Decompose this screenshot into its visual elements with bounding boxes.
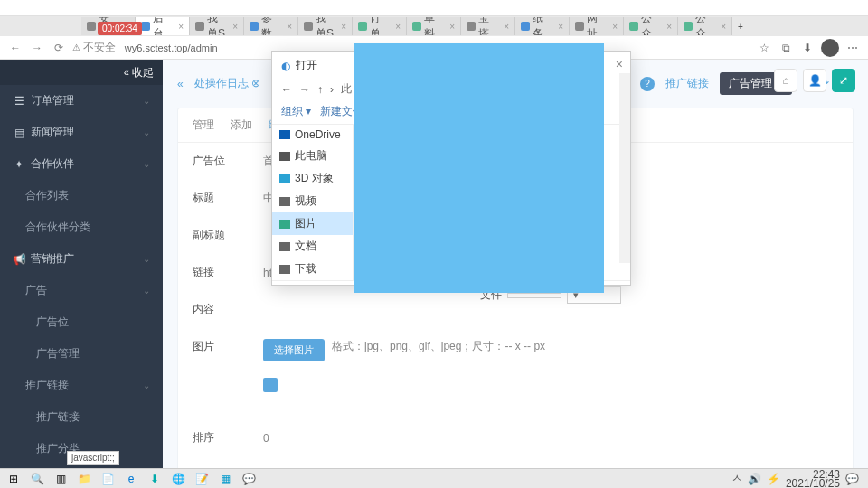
tree-docs[interactable]: 文档 <box>272 235 353 258</box>
tab[interactable]: 草料× <box>407 17 461 35</box>
tray-icon[interactable]: ㅅ <box>731 471 742 486</box>
recording-badge: 00:02:34 <box>98 22 142 35</box>
app-icon[interactable]: ▦ <box>215 471 235 487</box>
tree-downloads[interactable]: 下载 <box>272 258 353 280</box>
value-sort[interactable]: 0 <box>263 432 269 445</box>
tab[interactable]: 网址× <box>570 17 624 35</box>
expand-button[interactable]: ⤢ <box>832 69 855 92</box>
security-label: ⚠ 不安全 <box>72 40 116 55</box>
menu-icon[interactable]: ⋯ <box>844 40 861 56</box>
tree-pictures[interactable]: 图片 <box>272 212 353 235</box>
close-icon[interactable]: × <box>612 22 618 32</box>
tree-onedrive[interactable]: OneDrive <box>272 125 353 145</box>
tree-3d[interactable]: 3D 对象 <box>272 167 353 190</box>
app-icon[interactable]: e <box>121 471 141 487</box>
download-icon[interactable]: ⬇ <box>799 40 816 56</box>
close-icon[interactable]: × <box>666 22 672 32</box>
app-icon[interactable]: 🌐 <box>168 471 188 487</box>
app-icon[interactable]: ⬇ <box>145 471 165 487</box>
help-icon[interactable]: ? <box>640 77 655 91</box>
home-button[interactable]: ⌂ <box>774 69 797 92</box>
sidebar-item-promo[interactable]: 推广链接⌄ <box>0 370 163 401</box>
app-icon[interactable]: 📄 <box>98 471 118 487</box>
label-subtitle: 副标题 <box>193 228 263 243</box>
new-tab[interactable]: + <box>732 17 749 35</box>
tab[interactable]: 参数× <box>244 17 298 35</box>
label-adpos: 广告位 <box>193 154 263 169</box>
dialog-close[interactable]: × <box>616 57 623 71</box>
sidebar-item-ad-mgmt[interactable]: 广告管理 <box>0 338 163 370</box>
reload-icon[interactable]: ⟳ <box>51 40 67 56</box>
sidebar-header: « 收起 <box>0 60 163 85</box>
label-title: 标题 <box>193 191 263 206</box>
close-icon[interactable]: × <box>232 22 238 32</box>
image-thumb[interactable] <box>263 378 278 392</box>
tab-manage[interactable]: 管理 <box>193 117 214 133</box>
chevron-down-icon: ⌄ <box>143 96 150 106</box>
close-icon[interactable]: × <box>178 22 184 32</box>
collapse-button[interactable]: « 收起 <box>124 65 154 80</box>
extension-icon[interactable]: ⧉ <box>778 40 794 56</box>
back-icon[interactable]: ← <box>7 40 24 56</box>
chevron-down-icon: ⌄ <box>143 127 150 137</box>
close-icon[interactable]: × <box>395 22 401 32</box>
sidebar-item-partner-list[interactable]: 合作列表 <box>0 180 163 211</box>
sidebar-item-order[interactable]: ☰订单管理⌄ <box>0 85 163 117</box>
clock-date: 2021/10/25 <box>786 479 840 488</box>
close-icon[interactable]: × <box>504 22 509 32</box>
close-icon[interactable]: × <box>341 22 346 32</box>
tab[interactable]: 纸条× <box>515 17 570 35</box>
nav-up-icon[interactable]: ↑ <box>317 83 323 96</box>
dialog-path[interactable]: 此 <box>341 81 352 97</box>
sidebar-item-partner[interactable]: ✦合作伙伴⌄ <box>0 148 163 180</box>
system-tray[interactable]: ㅅ 🔊 ⚡ 22:43 2021/10/25 💬 <box>731 470 864 488</box>
nav-back-icon[interactable]: ← <box>281 83 292 96</box>
close-icon[interactable]: × <box>449 22 455 32</box>
tab[interactable]: 后台× <box>136 17 190 35</box>
crumb-back[interactable]: « <box>177 78 184 90</box>
user-button[interactable]: 👤 <box>803 69 826 92</box>
star-icon[interactable]: ☆ <box>756 40 772 56</box>
sidebar-item-ad[interactable]: 广告⌄ <box>0 275 163 306</box>
tree-pc[interactable]: 此电脑 <box>272 145 353 167</box>
upload-button[interactable]: 选择图片 <box>263 339 325 361</box>
app-icon[interactable]: 💬 <box>239 471 259 487</box>
chevron-down-icon: ⌄ <box>143 159 150 169</box>
filename-field[interactable] <box>507 293 561 298</box>
start-button[interactable]: ⊞ <box>4 471 24 487</box>
tab[interactable]: 公众× <box>678 17 732 35</box>
tab[interactable]: 我单S× <box>298 17 353 35</box>
search-icon[interactable]: 🔍 <box>27 471 47 487</box>
nav-fwd-icon[interactable]: → <box>299 83 310 96</box>
sidebar-item-news[interactable]: ▤新闻管理⌄ <box>0 117 163 148</box>
tab[interactable]: 宝塔× <box>461 17 515 35</box>
label-image: 图片 <box>193 339 263 354</box>
organize-button[interactable]: 组织 ▾ <box>281 104 311 119</box>
sidebar-item-promo-link[interactable]: 推广链接 <box>0 401 163 433</box>
close-icon[interactable]: × <box>558 22 563 32</box>
tab[interactable]: 我单S× <box>190 17 244 35</box>
crumb-oplog[interactable]: 处操作日志 ⊗ <box>194 76 260 91</box>
taskview-icon[interactable]: ▥ <box>51 471 71 487</box>
tab[interactable]: 订单× <box>353 17 407 35</box>
tab-add[interactable]: 添加 <box>231 117 252 133</box>
close-icon[interactable]: × <box>721 22 726 32</box>
tree-video[interactable]: 视频 <box>272 190 353 212</box>
app-icon[interactable]: 📝 <box>192 471 212 487</box>
avatar[interactable] <box>821 39 839 57</box>
tray-icon[interactable]: 🔊 <box>748 473 761 485</box>
close-icon[interactable]: × <box>287 22 292 32</box>
tab[interactable]: 公众× <box>624 17 678 35</box>
image-preview-pane <box>354 43 604 293</box>
sidebar-item-partner-cat[interactable]: 合作伙伴分类 <box>0 211 163 243</box>
sidebar-item-ad-pos[interactable]: 广告位 <box>0 306 163 338</box>
notification-icon[interactable]: 💬 <box>845 473 859 485</box>
sidebar-item-marketing[interactable]: 📢营销推广⌄ <box>0 243 163 275</box>
dialog-tree: OneDrive 此电脑 3D 对象 视频 图片 文档 下载 音乐 桌面 Win… <box>272 125 354 280</box>
scrollbar[interactable] <box>619 73 630 263</box>
app-icon[interactable]: 📁 <box>74 471 94 487</box>
tray-icon[interactable]: ⚡ <box>767 473 780 485</box>
label-sort: 排序 <box>193 430 263 446</box>
forward-icon[interactable]: → <box>29 40 45 56</box>
crumb-promo-link[interactable]: 推广链接 <box>665 76 709 91</box>
